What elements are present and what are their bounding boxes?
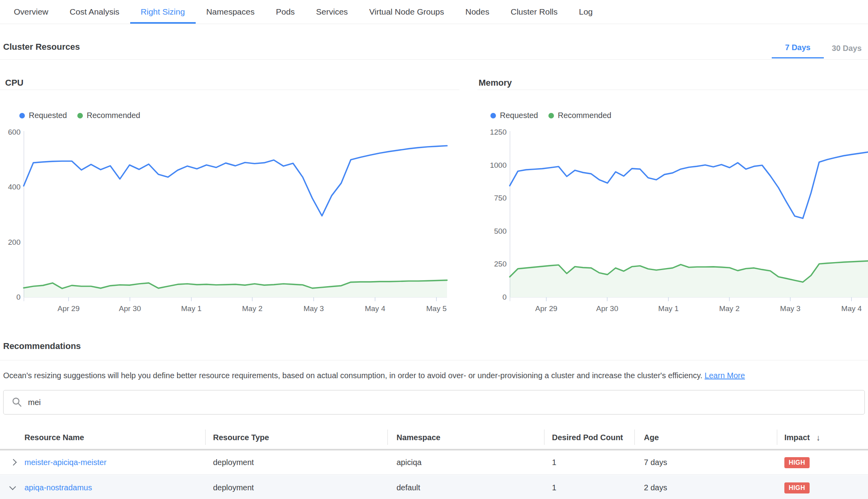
column-header-resource-name[interactable]: Resource Name [0,426,205,449]
column-header-desired-pod-count[interactable]: Desired Pod Count [544,426,634,449]
cpu-plot [24,130,448,303]
memory-plot [510,130,868,303]
legend-label: Requested [500,111,538,120]
recommendations-title: Recommendations [3,341,81,351]
memory-title-divider [477,90,868,90]
legend-item-recommended[interactable]: Recommended [77,111,140,120]
learn-more-link[interactable]: Learn More [705,371,745,380]
cpu-legend: Requested Recommended [19,111,140,120]
expand-chevron-right-icon[interactable] [10,459,17,465]
top-tab-bar: Overview Cost Analysis Right Sizing Name… [0,0,868,24]
x-axis-label: Apr 30 [584,304,631,313]
y-axis-label: 250 [486,260,507,268]
search-icon [11,397,22,408]
y-axis-label: 600 [0,128,21,137]
desired-pod-count-cell: 1 [544,483,634,492]
y-axis-label: 400 [0,183,21,191]
desired-pod-count-cell: 1 [544,458,634,467]
legend-item-recommended[interactable]: Recommended [548,111,612,120]
tab-nodes[interactable]: Nodes [455,0,500,24]
tab-namespaces[interactable]: Namespaces [196,0,266,24]
x-axis-label: May 2 [706,304,753,313]
column-header-impact[interactable]: Impact ↓ [777,426,868,449]
y-axis-label: 1250 [486,128,507,137]
legend-label: Requested [29,111,67,120]
x-axis-label: May 2 [228,304,276,313]
tab-virtual-node-groups[interactable]: Virtual Node Groups [359,0,455,24]
y-axis-label: 750 [486,194,507,203]
age-cell: 2 days [634,483,777,492]
recommendations-description: Ocean's resizing suggestions will help y… [3,370,864,381]
legend-label: Recommended [87,111,140,120]
column-header-resource-type[interactable]: Resource Type [205,426,387,449]
recommended-dot-icon [77,113,83,118]
search-box [3,390,865,415]
x-axis-label: May 4 [352,304,399,313]
section-divider [0,59,868,60]
impact-label: Impact [784,433,810,442]
namespace-cell: apiciqa [387,458,544,467]
tab-cluster-rolls[interactable]: Cluster Rolls [500,0,568,24]
legend-label: Recommended [558,111,612,120]
memory-chart-title: Memory [479,78,512,88]
page-title: Cluster Resources [3,42,80,52]
x-axis-label: May 3 [767,304,814,313]
resource-name-link[interactable]: apiqa-nostradamus [24,483,92,492]
x-axis-label: May 5 [413,304,460,313]
resource-type-cell: deployment [205,458,387,467]
x-axis-label: Apr 30 [106,304,153,313]
y-axis-label: 500 [486,227,507,236]
resource-type-cell: deployment [205,483,387,492]
requested-dot-icon [490,113,496,118]
recommended-dot-icon [548,113,554,118]
column-header-namespace[interactable]: Namespace [387,426,544,449]
tab-overview[interactable]: Overview [3,0,59,24]
table-row: apiqa-nostradamus deployment default 1 2… [0,475,868,499]
x-axis-label: May 4 [828,304,868,313]
requested-dot-icon [19,113,25,118]
sort-descending-icon[interactable]: ↓ [816,433,820,443]
range-tab-30-days[interactable]: 30 Days [827,38,866,58]
impact-badge-high: HIGH [784,457,810,468]
cpu-title-divider [0,90,459,90]
x-axis-label: May 3 [290,304,337,313]
tab-log[interactable]: Log [568,0,603,24]
age-cell: 7 days [634,458,777,467]
range-tab-7-days[interactable]: 7 Days [772,38,824,58]
column-header-age[interactable]: Age [634,426,777,449]
memory-legend: Requested Recommended [490,111,611,120]
collapse-chevron-down-icon[interactable] [9,483,16,490]
resource-name-link[interactable]: meister-apiciqa-meister [24,458,107,467]
x-axis-label: May 1 [645,304,692,313]
y-axis-label: 0 [486,293,507,302]
impact-badge-high: HIGH [784,482,810,493]
y-axis-label: 200 [0,238,21,247]
tab-right-sizing[interactable]: Right Sizing [130,0,196,24]
x-axis-label: Apr 29 [523,304,570,313]
recommendations-divider [0,360,868,360]
memory-chart: 025050075010001250Apr 29Apr 30May 1May 2… [486,130,868,319]
x-axis-label: May 1 [168,304,215,313]
table-row: meister-apiciqa-meister deployment apici… [0,450,868,475]
legend-item-requested[interactable]: Requested [19,111,67,120]
cpu-chart: 0200400600Apr 29Apr 30May 1May 2May 3May… [0,130,462,319]
y-axis-label: 0 [0,293,21,302]
namespace-cell: default [387,483,544,492]
search-input[interactable] [28,398,857,407]
description-text: Ocean's resizing suggestions will help y… [3,371,702,380]
tab-pods[interactable]: Pods [265,0,305,24]
tab-services[interactable]: Services [305,0,359,24]
x-axis-label: Apr 29 [45,304,92,313]
legend-item-requested[interactable]: Requested [490,111,538,120]
y-axis-label: 1000 [486,161,507,170]
cpu-chart-title: CPU [5,78,23,88]
table-header: Resource Name Resource Type Namespace De… [0,426,868,449]
tab-cost-analysis[interactable]: Cost Analysis [59,0,130,24]
